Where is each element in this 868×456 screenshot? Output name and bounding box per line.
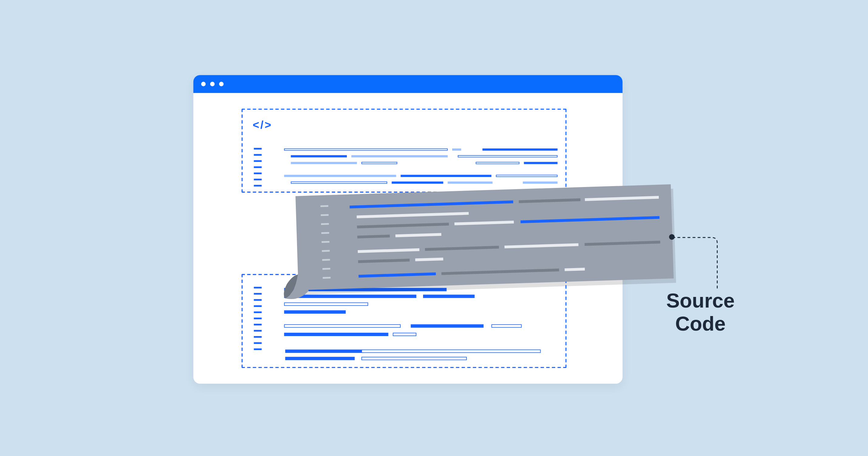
code-line	[357, 235, 390, 239]
gutter-tick	[254, 305, 262, 307]
code-line	[491, 324, 522, 328]
code-line	[423, 294, 475, 298]
code-line	[448, 182, 493, 184]
code-line	[356, 212, 469, 218]
callout-label-line2: Code	[675, 312, 725, 335]
gutter-tick	[320, 205, 328, 207]
code-line	[358, 248, 420, 253]
code-line	[392, 182, 443, 184]
code-line	[454, 221, 514, 225]
code-line	[284, 310, 346, 314]
code-line	[358, 259, 410, 263]
code-tag-icon: </>	[253, 119, 272, 131]
code-line	[504, 243, 579, 248]
code-line	[362, 162, 397, 164]
code-line	[452, 149, 461, 151]
code-line	[585, 241, 660, 246]
code-line	[458, 155, 557, 157]
gutter-tick	[254, 299, 262, 301]
code-line	[362, 350, 540, 353]
gutter-tick	[254, 160, 262, 162]
gutter-tick	[254, 293, 262, 295]
window-titlebar	[193, 75, 623, 93]
line-number-gutter	[254, 148, 262, 191]
code-line	[393, 333, 416, 336]
code-line	[441, 268, 559, 275]
code-line	[291, 155, 347, 157]
code-line	[401, 175, 491, 177]
code-line	[285, 350, 364, 353]
code-line	[565, 268, 585, 271]
code-line	[351, 155, 448, 157]
gutter-tick	[254, 148, 262, 150]
gutter-tick	[254, 318, 262, 319]
code-line	[284, 149, 448, 151]
code-line	[411, 324, 484, 328]
code-line	[284, 324, 401, 328]
page-curl-icon	[281, 274, 309, 302]
callout-connector-line	[671, 236, 722, 290]
gutter-tick	[254, 179, 262, 181]
gutter-tick	[322, 241, 330, 243]
code-line	[291, 162, 357, 164]
code-line	[396, 233, 442, 237]
code-line	[362, 357, 467, 360]
code-line	[496, 175, 558, 177]
gutter-tick	[254, 336, 262, 338]
window-control-dot	[219, 82, 223, 86]
line-number-gutter	[320, 205, 331, 286]
code-line	[425, 246, 499, 251]
gutter-tick	[254, 324, 262, 325]
code-line	[284, 302, 368, 306]
code-line	[585, 196, 659, 201]
code-line	[415, 257, 443, 261]
window-control-dot	[201, 82, 206, 86]
line-number-gutter	[254, 287, 262, 355]
code-line	[357, 223, 449, 228]
gutter-tick	[254, 166, 262, 168]
code-line	[285, 357, 355, 360]
gutter-tick	[322, 268, 331, 270]
gutter-tick	[322, 250, 330, 252]
paper-sheet	[296, 184, 674, 290]
code-line	[519, 198, 580, 203]
window-control-dot	[210, 82, 215, 86]
gutter-tick	[323, 277, 331, 279]
code-line	[521, 216, 660, 223]
gutter-tick	[254, 312, 262, 313]
gutter-tick	[254, 330, 262, 332]
code-line	[475, 162, 519, 164]
gutter-tick	[254, 342, 262, 344]
gutter-tick	[254, 185, 262, 187]
code-line	[483, 149, 558, 151]
code-line	[349, 200, 513, 208]
gutter-tick	[321, 214, 329, 216]
code-line	[524, 162, 558, 164]
gutter-tick	[322, 259, 330, 261]
gutter-tick	[254, 172, 262, 174]
code-line	[284, 333, 388, 336]
gutter-tick	[254, 287, 262, 289]
gutter-tick	[321, 223, 329, 225]
gutter-tick	[254, 349, 262, 350]
source-code-snippet	[279, 184, 674, 297]
code-line	[291, 182, 387, 184]
code-line	[359, 272, 436, 278]
callout-label-line1: Source	[666, 289, 735, 312]
code-line	[523, 182, 557, 184]
gutter-tick	[254, 154, 262, 156]
code-line	[284, 175, 396, 177]
gutter-tick	[321, 232, 329, 234]
callout-label: Source Code	[666, 289, 735, 335]
